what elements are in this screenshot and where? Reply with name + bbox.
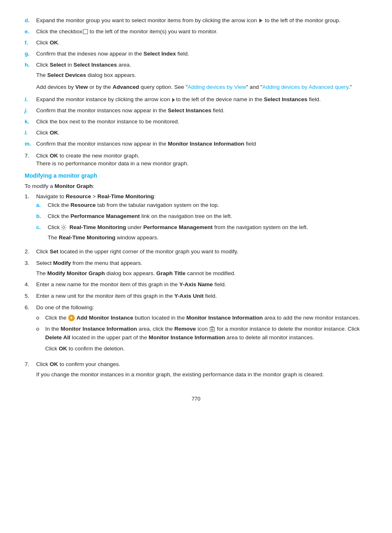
step1c: c. Click Real-Time Monitoring under Perf… — [36, 223, 367, 242]
bullet-add: o Click the + Add Monitor Instance butto… — [36, 314, 367, 322]
step3-sub: The Modify Monitor Graph dialog box appe… — [36, 269, 367, 278]
adding-devices-advanced-link[interactable]: Adding devices by Advanced query — [263, 84, 348, 90]
step7-top-num: 7. — [25, 153, 36, 167]
label-h: h. — [25, 61, 36, 70]
step6-text: Do one of the following: — [36, 304, 367, 312]
remove-bold: Remove — [174, 326, 196, 332]
bullet-remove: o In the Monitor Instance Information ar… — [36, 325, 367, 353]
svg-point-0 — [63, 227, 65, 229]
label-k: k. — [25, 118, 36, 126]
view-bold: View — [75, 84, 88, 90]
text-1c: Click Real-Time Monitoring under Perform… — [48, 223, 308, 232]
step3-text: Select Modify from the menu that appears… — [36, 259, 367, 268]
bullet-remove-row: o In the Monitor Instance Information ar… — [36, 325, 367, 342]
step7-top-content: Click OK to create the new monitor graph… — [36, 153, 189, 167]
label-1a: a. — [36, 201, 48, 210]
list-item-h: h. Click Select in Select Instances area… — [25, 61, 367, 93]
monitor-instance-info-bold-m: Monitor Instance Information — [168, 141, 244, 147]
label-l: l. — [25, 129, 36, 137]
h-sub1: The Select Devices dialog box appears. — [36, 71, 367, 80]
perf-mgmt-bold-1c: Performance Management — [143, 224, 213, 230]
adding-devices-view-link[interactable]: Adding devices by View — [188, 84, 246, 90]
bullet-symbol-remove: o — [36, 325, 45, 342]
step7-top-sub: There is no performance monitor data in … — [36, 160, 189, 167]
step2-text: Click Set located in the upper right cor… — [36, 248, 367, 256]
alpha-list-top: d. Expand the monitor group you want to … — [25, 16, 367, 93]
list-item-m: m. Confirm that the monitor instances no… — [25, 140, 367, 148]
step7-sub: If you change the monitor instances in a… — [36, 371, 367, 379]
text-k: Click the box next to the monitor instan… — [36, 118, 367, 126]
monitor-info-bold-6a: Monitor Instance Information — [186, 315, 263, 321]
add-icon-inline: + — [68, 315, 75, 321]
perf-mgmt-bold: Performance Management — [71, 213, 140, 219]
label-f: f. — [25, 39, 36, 47]
yaxis-unit-bold: Y-Axis Unit — [174, 293, 203, 299]
list-item-e: e. Click the checkbox to the left of the… — [25, 28, 367, 36]
alpha-list-i-m: i. Expand the monitor instance by clicki… — [25, 95, 367, 148]
bullet-add-text: Click the + Add Monitor Instance button … — [45, 314, 367, 322]
realtime-window-bold: Real-Time Monitoring — [59, 234, 115, 241]
trash-icon — [210, 326, 215, 332]
text-j: Confirm that the monitor instances now a… — [36, 107, 367, 115]
monitor-graph-bold-intro: Monitor Graph — [55, 183, 93, 189]
modifying-intro: To modify a Monitor Graph: — [25, 183, 367, 189]
text-m: Confirm that the monitor instances now a… — [36, 140, 367, 148]
step7-top-text: Click OK to create the new monitor graph… — [36, 153, 189, 159]
label-d: d. — [25, 16, 36, 25]
add-monitor-bold: Add Monitor Instance — [76, 315, 133, 321]
modifying-section: Modifying a monitor graph To modify a Mo… — [25, 172, 367, 379]
step6-bullets: o Click the + Add Monitor Instance butto… — [36, 314, 367, 356]
h-sub2: Add devices by View or by the Advanced q… — [36, 83, 367, 92]
realtime-bold-1: Real-Time Monitoring — [97, 193, 154, 199]
gear-icon — [60, 224, 67, 231]
arrow-icon-i — [172, 98, 175, 102]
step7-text: Click OK to confirm your changes. — [36, 360, 367, 369]
step1-row: 1. Navigate to Resource > Real-Time Moni… — [25, 192, 367, 201]
resource-tab-bold: Resource — [71, 202, 96, 208]
modifying-step-4: 4. Enter a new name for the monitor item… — [25, 280, 367, 289]
label-j: j. — [25, 107, 36, 115]
label-m: m. — [25, 140, 36, 148]
step6-row: 6. Do one of the following: — [25, 304, 367, 312]
text-d: Expand the monitor group you want to sel… — [36, 16, 367, 25]
text-f: Click OK. — [36, 39, 367, 47]
step2-num: 2. — [25, 248, 36, 256]
top-list-section: d. Expand the monitor group you want to … — [25, 16, 367, 167]
modifying-step-3: 3. Select Modify from the menu that appe… — [25, 259, 367, 278]
realtime-bold-1c: Real-Time Monitoring — [69, 224, 126, 230]
resource-bold-1: Resource — [66, 193, 91, 199]
text-l: Click OK. — [36, 129, 367, 137]
step7-top: 7. Click OK to create the new monitor gr… — [25, 153, 367, 167]
modifying-step-6: 6. Do one of the following: o Click the … — [25, 304, 367, 357]
ok-bold-f: OK — [50, 39, 58, 46]
bullet-remove-sub: Click OK to confirm the deletion. — [45, 345, 367, 353]
label-1c: c. — [36, 223, 48, 232]
bullet-symbol-add: o — [36, 314, 45, 322]
step1a: a. Click the Resource tab from the tabul… — [36, 201, 367, 210]
modifying-heading: Modifying a monitor graph — [25, 172, 367, 179]
ok-bold-7: OK — [50, 361, 58, 367]
step1-alpha: a. Click the Resource tab from the tabul… — [36, 201, 367, 242]
checkbox-icon — [83, 29, 88, 34]
delete-all-bold: Delete All — [45, 334, 70, 341]
step1c-row: c. Click Real-Time Monitoring under Perf… — [36, 223, 367, 232]
step4-text: Enter a new name for the monitor item of… — [36, 280, 367, 289]
bullet-remove-text: In the Monitor Instance Information area… — [45, 325, 367, 342]
label-g: g. — [25, 50, 36, 58]
step3-row: 3. Select Modify from the menu that appe… — [25, 259, 367, 268]
advanced-bold: Advanced — [113, 84, 139, 90]
modifying-steps-list: 1. Navigate to Resource > Real-Time Moni… — [25, 192, 367, 379]
step6-num: 6. — [25, 304, 36, 312]
select-bold-h: Select — [50, 62, 66, 68]
step1-num: 1. — [25, 192, 36, 201]
step1c-sub: The Real-Time Monitoring window appears. — [48, 234, 367, 242]
label-e: e. — [25, 28, 36, 36]
list-item-l: l. Click OK. — [25, 129, 367, 137]
step7-num: 7. — [25, 360, 36, 369]
list-item-i: i. Expand the monitor instance by clicki… — [25, 95, 367, 104]
text-1a: Click the Resource tab from the tabular … — [48, 201, 219, 210]
text-e: Click the checkbox to the left of the mo… — [36, 28, 367, 36]
select-instances-bold-h: Select Instances — [74, 62, 117, 68]
select-instances-bold-i: Select Instances — [264, 96, 307, 102]
text-h: Click Select in Select Instances area. — [36, 61, 367, 70]
